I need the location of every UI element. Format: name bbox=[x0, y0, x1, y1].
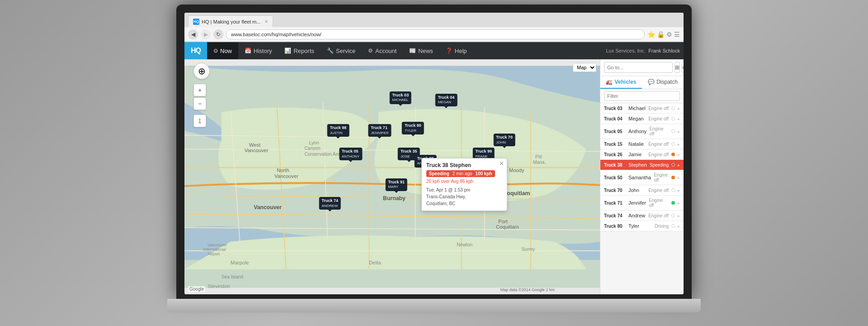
vehicle-item[interactable]: Truck 71 Jennifer Engine off ▸ bbox=[600, 196, 684, 211]
back-btn[interactable]: ◀ bbox=[188, 29, 198, 39]
speeding-badge: Speeding 2 min ago 100 kph bbox=[426, 170, 495, 177]
chevron-right-icon: ▸ bbox=[678, 129, 680, 134]
popup-location2: Coquitlam, BC bbox=[426, 200, 502, 207]
zoom-out-btn[interactable]: − bbox=[193, 97, 206, 110]
vehicle-item[interactable]: Truck 50 Samantha Engine off ▸ bbox=[600, 170, 684, 185]
vehicle-status: Driving bbox=[655, 224, 669, 229]
vehicle-item[interactable]: Truck 04 Megan Engine off ▸ bbox=[600, 114, 684, 124]
tab-close-btn[interactable]: ✕ bbox=[264, 19, 268, 24]
vehicle-status: Engine off bbox=[649, 198, 669, 208]
nav-history-label: History bbox=[254, 48, 272, 54]
vehicle-item[interactable]: Truck 03 Michael Engine off ▸ bbox=[600, 103, 684, 114]
vehicle-item[interactable]: Truck 38 Stephen Speeding ▸ bbox=[600, 160, 684, 170]
vehicle-item[interactable]: Truck 26 Jamie Engine off ▸ bbox=[600, 149, 684, 160]
map-container[interactable]: West Vancouver North Vancouver Lynn Cany… bbox=[184, 59, 600, 294]
nav-item-reports[interactable]: 📊 Reports bbox=[278, 42, 321, 59]
filter-input[interactable] bbox=[604, 91, 680, 101]
map-type-select[interactable]: Map bbox=[573, 63, 596, 72]
status-dot bbox=[671, 117, 675, 120]
vehicle-status: Engine off bbox=[648, 116, 669, 121]
truck-marker-98a[interactable]: Truck 98 JUSTIN bbox=[327, 124, 349, 137]
tab-title: HQ | Making your fleet m... bbox=[202, 19, 261, 24]
tab-vehicles[interactable]: 🚛 Vehicles bbox=[600, 76, 642, 89]
chevron-right-icon: ▸ bbox=[678, 213, 680, 218]
vehicle-status: Speeding bbox=[650, 163, 669, 168]
popup-title: Truck 38 Stephen bbox=[426, 162, 502, 168]
chevron-right-icon: ▸ bbox=[678, 163, 680, 168]
navbar: HQ ⊙ Now 📅 History 📊 Reports bbox=[184, 42, 684, 59]
compass-btn[interactable]: ⊕ bbox=[193, 63, 210, 79]
company-name: Lux Services, Inc. bbox=[606, 48, 645, 53]
truck-marker-91[interactable]: Truck 91 MARY bbox=[385, 178, 407, 191]
vehicle-name: Samantha bbox=[628, 175, 651, 180]
popup-over-avg: 20 kph over Avg 86 kph bbox=[426, 179, 502, 184]
vehicle-status: Engine off bbox=[649, 126, 669, 136]
svg-text:Coquitlam: Coquitlam bbox=[496, 224, 519, 230]
browser-icons: ⭐ 🔒 ⚙ ☰ bbox=[647, 31, 680, 38]
nav-item-service[interactable]: 🔧 Service bbox=[321, 42, 362, 59]
truck-marker-80[interactable]: Truck 80 TYLER bbox=[402, 122, 424, 134]
sidebar-tabs: 🚛 Vehicles 💬 Dispatch bbox=[600, 76, 684, 89]
vehicle-item[interactable]: Truck 05 Anthony Engine off ▸ bbox=[600, 124, 684, 139]
vehicle-name: John bbox=[628, 187, 646, 193]
truck-marker-04[interactable]: Truck 04 MEGAN bbox=[435, 94, 458, 106]
vehicle-item[interactable]: Truck 70 John Engine off ▸ bbox=[600, 185, 684, 196]
popup-close-btn[interactable]: ✕ bbox=[499, 160, 504, 167]
nav-item-help[interactable]: ❓ Help bbox=[439, 42, 473, 59]
vehicle-status: Engine off bbox=[648, 142, 669, 147]
truck-marker-74[interactable]: Truck 74 ANDREW bbox=[319, 197, 341, 210]
nav-service-label: Service bbox=[336, 48, 355, 54]
vehicle-number: Truck 50 bbox=[604, 175, 626, 180]
goto-input[interactable] bbox=[604, 62, 673, 73]
status-dot bbox=[671, 153, 675, 156]
status-dot bbox=[671, 106, 675, 110]
popup-timestamp: Tue, Apr 1 @ 1:53 pm bbox=[426, 187, 502, 193]
truck-marker-05[interactable]: Truck 05 ANTHONY bbox=[339, 148, 362, 160]
nav-item-news[interactable]: 📰 News bbox=[403, 42, 439, 59]
vehicle-name: Anthony bbox=[628, 129, 646, 134]
svg-text:Steveston: Steveston bbox=[208, 283, 230, 289]
vehicle-number: Truck 15 bbox=[604, 142, 626, 147]
vehicle-item[interactable]: Truck 74 Andrew Engine off ▸ bbox=[600, 211, 684, 221]
speeding-label: Speeding bbox=[429, 171, 449, 176]
svg-text:Airport: Airport bbox=[208, 252, 220, 256]
help-icon: ❓ bbox=[446, 48, 453, 54]
vehicle-number: Truck 71 bbox=[604, 201, 626, 206]
vehicle-item[interactable]: Truck 15 Natalie Engine off ▸ bbox=[600, 139, 684, 149]
tab-dispatch[interactable]: 💬 Dispatch bbox=[642, 76, 684, 89]
refresh-btn[interactable]: ↻ bbox=[213, 29, 223, 39]
vehicle-number: Truck 74 bbox=[604, 213, 626, 218]
nav-item-account[interactable]: ⚙ Account bbox=[362, 42, 403, 59]
truck-marker-70[interactable]: Truck 70 JOHN bbox=[493, 134, 515, 146]
chevron-right-icon: ▸ bbox=[678, 201, 680, 206]
sidebar-top: ⊞ ⊛ bbox=[600, 59, 684, 76]
browser-tab[interactable]: HQ HQ | Making your fleet m... ✕ bbox=[188, 15, 273, 27]
forward-btn[interactable]: ▶ bbox=[201, 29, 211, 39]
dispatch-tab-label: Dispatch bbox=[656, 79, 678, 85]
nav-item-now[interactable]: ⊙ Now bbox=[207, 42, 238, 59]
vehicles-tab-icon: 🚛 bbox=[606, 79, 613, 85]
truck-marker-71[interactable]: Truck 71 JENNIFER bbox=[368, 124, 391, 137]
street-view-btn[interactable]: 🚶 bbox=[193, 115, 206, 127]
chevron-right-icon: ▸ bbox=[678, 175, 680, 180]
vehicle-item[interactable]: Truck 80 Tyler Driving ▸ bbox=[600, 221, 684, 231]
options-btn[interactable]: ⊛ bbox=[682, 62, 684, 73]
nav-help-label: Help bbox=[455, 48, 467, 54]
account-icon: ⚙ bbox=[368, 48, 373, 54]
zoom-in-btn[interactable]: + bbox=[193, 84, 206, 96]
sidebar: ⊞ ⊛ 🚛 Vehicles 💬 Dispatch bbox=[600, 59, 684, 294]
address-bar[interactable] bbox=[226, 29, 645, 39]
svg-text:Vancouver: Vancouver bbox=[245, 148, 269, 153]
map-type-selector[interactable]: Map bbox=[573, 63, 596, 72]
grid-view-btn[interactable]: ⊞ bbox=[675, 62, 680, 73]
truck-marker-03[interactable]: Truck 03 MICHAEL bbox=[390, 91, 412, 104]
nav-item-history[interactable]: 📅 History bbox=[238, 42, 278, 59]
nav-items: ⊙ Now 📅 History 📊 Reports 🔧 bbox=[207, 42, 606, 59]
vehicle-name: Jennifer bbox=[628, 200, 646, 206]
status-dot bbox=[671, 201, 675, 205]
reports-icon: 📊 bbox=[284, 48, 291, 54]
status-dot bbox=[671, 142, 675, 146]
map-controls: ⊕ + − 🚶 bbox=[193, 63, 210, 127]
logo-button[interactable]: HQ bbox=[184, 42, 207, 59]
info-popup[interactable]: ✕ Truck 38 Stephen Speeding 2 min ago 10… bbox=[421, 158, 507, 211]
